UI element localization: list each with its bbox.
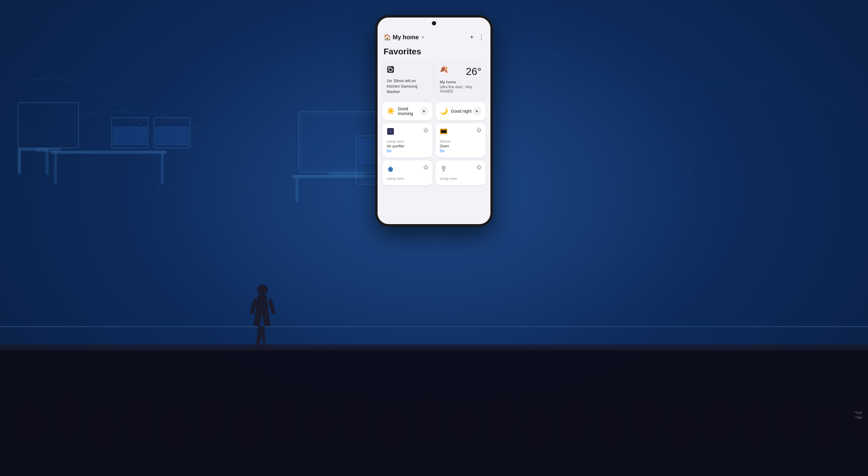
morning-label: Good morning — [398, 106, 421, 116]
disclaimer-line1: *Con — [855, 410, 862, 415]
air-purifier-card[interactable]: ⏻ Living room Air purifier On — [382, 123, 433, 157]
more-button[interactable]: ⋮ — [478, 34, 485, 40]
disclaimer: *Con **AV — [855, 410, 862, 420]
air-purifier-location: Living room — [386, 140, 428, 143]
scene-morning-card[interactable]: ☀️ Good morning ▶ — [382, 102, 433, 120]
add-button[interactable]: + — [470, 34, 473, 40]
weather-location: My home — [440, 80, 482, 84]
washer-card[interactable]: 1hr 30min left on Kitchen Samsung Washer — [382, 61, 433, 99]
devices-row-2: ⏻ Living room — [382, 160, 486, 185]
morning-icon: ☀️ — [386, 107, 395, 115]
weather-card[interactable]: 🍂 26° My home Ultra fine dust : Very Goo… — [435, 61, 486, 99]
humidifier-card[interactable]: ⏻ Living room — [382, 160, 433, 185]
oven-power-button[interactable]: ⏻ — [476, 127, 482, 133]
camera-notch — [432, 21, 436, 25]
night-icon: 🌙 — [440, 107, 448, 115]
scene-morning-left: ☀️ Good morning — [386, 106, 421, 116]
washer-description: 1hr 30min left on Kitchen Samsung Washer — [386, 78, 428, 95]
light-header: ⏻ — [440, 165, 482, 174]
home-icon: 🏠 — [383, 33, 391, 41]
devices-row-1: ⏻ Living room Air purifier On — [382, 123, 486, 157]
oven-location: Kitchen — [440, 140, 482, 143]
oven-icon — [440, 127, 447, 137]
washer-icon — [386, 65, 428, 75]
night-label: Good night — [451, 109, 472, 114]
svg-point-67 — [389, 168, 392, 171]
svg-point-60 — [390, 130, 392, 132]
phone-content: 🏠 My home ▼ + ⋮ Favorites — [378, 18, 490, 224]
oven-status: On — [440, 149, 482, 153]
favorites-title: Favorites — [382, 47, 486, 57]
svg-point-55 — [388, 67, 389, 68]
light-power-button[interactable]: ⏻ — [476, 165, 482, 170]
air-purifier-icon — [386, 127, 395, 137]
svg-point-64 — [441, 129, 442, 129]
top-cards-row: 1hr 30min left on Kitchen Samsung Washer… — [382, 61, 486, 99]
svg-rect-69 — [443, 171, 444, 172]
weather-header: 🍂 26° — [440, 65, 482, 77]
scene-night-card[interactable]: 🌙 Good night ▶ — [435, 102, 486, 120]
humidifier-icon — [386, 165, 395, 174]
svg-point-56 — [390, 67, 391, 68]
humidifier-power-button[interactable]: ⏻ — [424, 165, 428, 170]
weather-description: Ultra fine dust : Very Good(5) — [440, 85, 482, 93]
oven-header: ⏻ — [440, 127, 482, 137]
svg-rect-63 — [441, 130, 446, 133]
svg-point-65 — [445, 129, 446, 129]
phone-container: 🏠 My home ▼ + ⋮ Favorites — [375, 15, 493, 227]
header-right: + ⋮ — [470, 34, 485, 40]
app-header: 🏠 My home ▼ + ⋮ — [378, 31, 490, 44]
light-icon — [440, 165, 447, 174]
phone-frame: 🏠 My home ▼ + ⋮ Favorites — [375, 15, 493, 227]
light-location: Living room — [440, 177, 482, 180]
weather-icon: 🍂 — [440, 65, 448, 73]
air-purifier-header: ⏻ — [386, 127, 428, 137]
disclaimer-line2: **AV — [855, 415, 862, 420]
air-purifier-name: Air purifier — [386, 144, 428, 148]
morning-play-button[interactable]: ▶ — [421, 107, 428, 115]
humidifier-location: Living room — [386, 177, 428, 180]
night-play-button[interactable]: ▶ — [473, 107, 482, 115]
humidifier-header: ⏻ — [386, 165, 428, 174]
oven-card[interactable]: ⏻ Kitchen Oven On — [435, 123, 486, 157]
scenes-row: ☀️ Good morning ▶ 🌙 Good night ▶ — [382, 102, 486, 120]
home-title[interactable]: My home — [393, 34, 419, 41]
oven-name: Oven — [440, 144, 482, 148]
dropdown-arrow-icon[interactable]: ▼ — [421, 36, 424, 39]
air-purifier-power-button[interactable]: ⏻ — [424, 127, 428, 133]
svg-point-68 — [441, 166, 446, 170]
app-body: Favorites — [378, 44, 490, 191]
scene-night-left: 🌙 Good night — [440, 107, 472, 115]
light-card[interactable]: ⏻ Living room — [435, 160, 486, 185]
header-left: 🏠 My home ▼ — [383, 33, 424, 41]
air-purifier-status: On — [386, 149, 428, 153]
weather-temperature: 26° — [466, 65, 482, 77]
